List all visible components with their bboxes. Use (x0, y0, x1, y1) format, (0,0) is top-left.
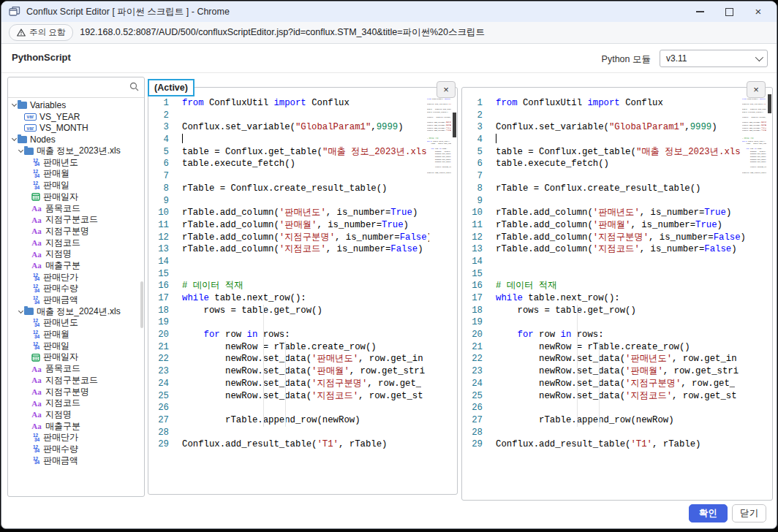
code-line: 27 rTable.append_row(newRow) (462, 414, 744, 427)
editor-scrollbar-thumb[interactable] (768, 94, 771, 113)
line-number: 20 (148, 329, 182, 341)
editor-close-button[interactable]: × (747, 81, 766, 98)
url-text[interactable]: 192.168.0.52:8087/AUD/500/confluxScriptE… (80, 26, 485, 39)
string-field-icon: Aa (31, 410, 42, 419)
line-number: 22 (462, 353, 496, 365)
tree-item[interactable]: 1234판매월 (8, 329, 140, 341)
close-button[interactable]: 닫기 (732, 504, 766, 522)
tree-item[interactable]: 매출 정보_2024년.xls (8, 305, 140, 317)
python-module-select[interactable]: v3.11 (660, 50, 768, 67)
string-field-icon: Aa (31, 387, 42, 396)
tree-item[interactable]: 매출 정보_2023년.xls (8, 145, 140, 157)
number-field-icon: 1234 (31, 170, 40, 178)
tree-item[interactable]: 1234판매단가 (8, 432, 140, 444)
line-number: 18 (462, 305, 496, 317)
string-field-icon: Aa (31, 204, 42, 213)
node-tree-panel: VariablesvarVS_YEARvarVS_MONTHNodes매출 정보… (7, 77, 145, 497)
code-line: 14 (148, 256, 429, 268)
number-field-icon: 1234 (31, 444, 40, 453)
tree-item-label: 지점구분명 (45, 386, 89, 398)
code-line: 7 (148, 170, 429, 183)
tree-item-label: 매출 정보_2024년.xls (37, 305, 121, 318)
tree-item[interactable]: 1234판매월 (8, 168, 140, 180)
tree-item-label: 판매월 (43, 167, 69, 180)
line-number: 6 (148, 158, 182, 170)
code-line: newRow.set_data('지점코드', row.get_st (742, 161, 766, 164)
security-chip-label: 주의 요함 (29, 27, 65, 38)
string-field-icon: Aa (31, 422, 42, 430)
minimap[interactable]: from ConfluxUtil import ConfluxConflux.s… (742, 98, 766, 184)
string-field-icon: Aa (31, 227, 42, 235)
tree-item[interactable]: Aa지점명 (8, 248, 140, 260)
line-number: 3 (148, 121, 182, 134)
code-line: from ConfluxUtil import Conflux (742, 98, 766, 101)
tree-item[interactable]: 1234판매금액 (8, 455, 140, 466)
expander-icon[interactable] (18, 148, 24, 154)
tree-item[interactable]: 1234판매금액 (8, 294, 140, 306)
tree-item[interactable]: 판매일자 (8, 191, 140, 203)
code-line: 13rTable.add_column('지점코드', is_number=Fa… (462, 243, 744, 256)
code-area[interactable]: 1from ConfluxUtil import Conflux23Conflu… (148, 97, 429, 493)
expander-icon[interactable] (11, 102, 18, 108)
line-number: 8 (462, 183, 496, 195)
page-title: PythonScript (12, 52, 71, 63)
tree-item[interactable]: Nodes (8, 134, 140, 145)
tree-item[interactable]: 1234판매수량 (8, 283, 140, 294)
tree-item[interactable]: 1234판매일 (8, 340, 140, 352)
tree-item[interactable]: 1234판매수량 (8, 444, 140, 455)
editor-scrollbar[interactable] (452, 88, 457, 494)
window-titlebar[interactable]: Conflux Script Editor [ 파이썬 스크립트 ] - Chr… (1, 1, 777, 22)
tree-item[interactable]: Variables (8, 99, 140, 111)
code-area[interactable]: 1from ConfluxUtil import Conflux23Conflu… (462, 97, 744, 498)
number-field-icon: 1234 (31, 273, 40, 281)
minimap[interactable]: from ConfluxUtil import ConfluxConflux.s… (427, 98, 451, 184)
code-line: 9 (148, 195, 429, 208)
line-number: 9 (462, 195, 496, 208)
tree-item[interactable]: Aa지점명 (8, 409, 140, 421)
tree-item[interactable]: Aa품목코드 (8, 363, 140, 375)
code-line: 3Conflux.set_variable("GlobalParam1",999… (462, 121, 744, 134)
line-number: 21 (148, 341, 182, 354)
tree-item[interactable]: Aa지점구분코드 (8, 214, 140, 226)
address-bar[interactable]: 주의 요함 192.168.0.52:8087/AUD/500/confluxS… (1, 22, 777, 44)
editor-close-button[interactable]: × (437, 81, 456, 98)
minimize-button[interactable] (695, 7, 705, 17)
editor-scrollbar-thumb[interactable] (453, 113, 456, 137)
tree-item[interactable]: varVS_YEAR (8, 111, 140, 123)
tree-scrollbar-thumb[interactable] (140, 281, 143, 328)
tree-item-label: 판매일 (43, 179, 69, 191)
tree-item[interactable]: 1234판매년도 (8, 156, 140, 168)
folder-icon (18, 136, 27, 143)
security-chip[interactable]: 주의 요함 (9, 24, 73, 41)
line-number: 13 (148, 243, 182, 256)
tree-item[interactable]: varVS_MONTH (8, 122, 140, 134)
expander-icon (24, 365, 31, 372)
folder-icon (24, 148, 34, 155)
number-field-icon: 1234 (31, 181, 40, 190)
number-field-icon: 1234 (31, 341, 40, 350)
tree-item[interactable]: Aa지점구분명 (8, 226, 140, 238)
code-line: 1from ConfluxUtil import Conflux (148, 97, 429, 110)
expander-icon[interactable] (11, 136, 18, 142)
code-line: 27 rTable.append_row(newRow) (148, 414, 429, 427)
window-close-button[interactable]: × (753, 7, 763, 17)
tree-item[interactable]: Aa매출구분 (8, 260, 140, 272)
tree-item[interactable]: Aa지점구분코드 (8, 375, 140, 387)
tree-item[interactable]: 1234판매단가 (8, 271, 140, 283)
tree-item[interactable]: Aa지점코드 (8, 237, 140, 248)
expander-icon[interactable] (18, 308, 24, 315)
line-number: 17 (148, 292, 182, 305)
tree-item[interactable]: 판매일자 (8, 352, 140, 363)
search-input[interactable] (12, 80, 125, 96)
tree-item[interactable]: Aa품목코드 (8, 202, 140, 214)
tree-item[interactable]: Aa매출구분 (8, 420, 140, 432)
confirm-button[interactable]: 확인 (689, 504, 728, 522)
code-line: 19 (462, 316, 744, 329)
tree-item[interactable]: 1234판매일 (8, 180, 140, 191)
tree-item[interactable]: 1234판매년도 (8, 317, 140, 329)
tree-item[interactable]: Aa지점코드 (8, 398, 140, 409)
maximize-button[interactable] (724, 7, 734, 17)
editor-scrollbar[interactable] (767, 88, 772, 500)
code-line: rTable = Conflux.create_result_table() (742, 116, 766, 119)
tree-item[interactable]: Aa지점구분명 (8, 386, 140, 398)
